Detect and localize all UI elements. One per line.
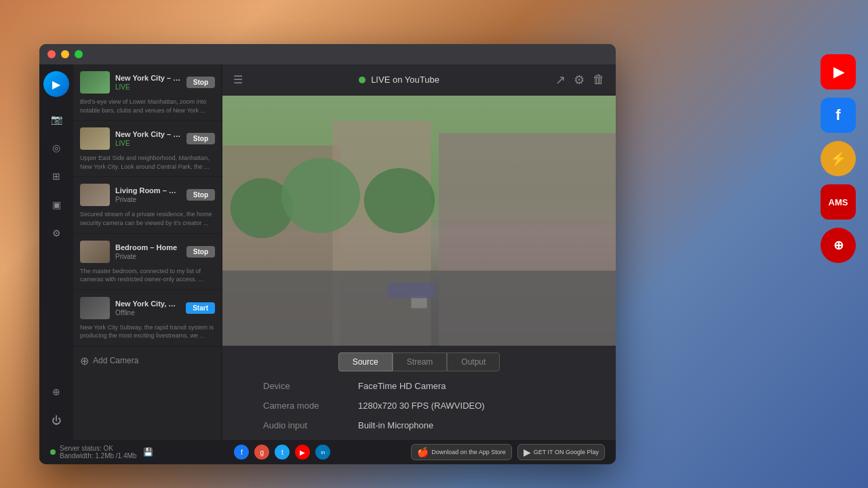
camera-thumb-5 [80,297,110,319]
camera-thumb-1 [80,71,110,94]
camera-desc-4: The master bedroom, connected to my list… [80,267,215,284]
main-content: ▶ 📷 ◎ ⊞ ▣ ⚙ ⊕ ⏻ [39,64,616,440]
camera-status-1: LIVE [115,83,181,91]
social-facebook[interactable]: f [234,445,249,460]
sidebar-item-grid[interactable]: ⊞ [43,163,69,189]
camera-status-5: Offline [115,309,180,317]
thunderbolt-desktop-icon[interactable]: ⚡ [821,141,856,176]
target-desktop-icon[interactable]: ⊕ [821,228,856,263]
bandwidth-text: Bandwidth: 1.2Mb /1.4Mb [60,452,136,460]
store-badges: 🍎 Download on the App Store ▶ GET IT ON … [411,444,605,460]
social-twitter[interactable]: t [275,445,290,460]
camera-desc-2: Upper East Side and neighborhood, Manhat… [80,154,215,171]
camera-name-2: New York City – UES [115,130,181,138]
audio-input-value: Built-in Microphone [358,420,433,430]
settings-icon[interactable]: ⚙ [574,73,585,87]
camera-item-living-room[interactable]: Living Room – Home Private Stop Secured … [73,177,222,233]
camera-status-2: LIVE [115,140,181,147]
sidebar-item-power[interactable]: ⏻ [43,407,69,433]
sidebar-item-plus[interactable]: ⊕ [43,379,69,405]
menu-icon[interactable]: ☰ [233,73,243,86]
svg-point-7 [281,158,360,233]
sidebar-item-monitor[interactable]: ▣ [43,192,69,218]
camera-name-3: Living Room – Home [115,186,181,195]
facebook-desktop-icon[interactable]: f [821,98,856,133]
live-label: LIVE on YouTube [371,75,439,85]
camera-thumb-4 [80,241,110,263]
svg-point-8 [364,168,435,233]
tab-bar: Source Stream Output [222,346,616,371]
sidebar-item-location[interactable]: ◎ [43,135,69,161]
camera-stop-btn-4[interactable]: Stop [186,246,215,258]
title-bar [39,44,616,64]
camera-item-subway[interactable]: New York City, Subway Offline Start New … [73,290,222,346]
sidebar-item-book[interactable]: 📷 [43,106,69,132]
camera-mode-value: 868x488 30 FPS (RAWVIDEO) [358,401,485,411]
add-camera-button[interactable]: ⊕ Add Camera [73,346,222,375]
footer-social: f g t ▶ in [234,445,330,460]
camera-mode-row: Camera mode 868x488 30 FPS (RAWVIDEO) [263,401,575,411]
device-value: FaceTime HD Camera [358,381,446,391]
camera-desc-1: Bird's-eye view of Lower Manhattan, zoom… [80,98,215,115]
street-scene-bg [222,96,616,346]
camera-stop-btn-2[interactable]: Stop [186,133,215,144]
camera-mode-label: Camera mode [263,401,344,411]
camera-item-bedroom[interactable]: Bedroom – Home Private Stop The master b… [73,234,222,290]
camera-thumb-3 [80,184,110,206]
trash-icon[interactable]: 🗑 [593,73,605,87]
googleplay-badge[interactable]: ▶ GET IT ON Google Play [517,444,605,460]
camera-name-4: Bedroom – Home [115,243,181,251]
camera-list: New York City – Birds Eye LIVE Stop Bird… [73,64,222,440]
video-preview-area [222,96,616,346]
share-icon[interactable]: ↗ [555,73,566,87]
camera-status-4: Private [115,253,181,260]
appstore-badge[interactable]: 🍎 Download on the App Store [411,444,512,460]
camera-stop-btn-3[interactable]: Stop [186,189,215,201]
close-button[interactable] [47,50,56,58]
app-logo[interactable]: ▶ [43,71,69,97]
live-dot [359,77,366,83]
desktop-icons: ▶ f ⚡ AMS ⊕ [821,54,856,263]
footer: Server status: OK Bandwidth: 1.2Mb /1.4M… [39,440,616,464]
source-settings: Device FaceTime HD Camera Camera mode 12… [222,371,616,440]
status-dot [50,449,56,455]
server-status: Server status: OK Bandwidth: 1.2Mb /1.4M… [50,445,153,460]
add-camera-label: Add Camera [93,356,138,365]
device-row: Device FaceTime HD Camera [263,381,575,391]
minimize-button[interactable] [61,50,69,58]
camera-stop-btn-1[interactable]: Stop [186,77,215,88]
social-googleplus[interactable]: g [254,445,269,460]
camera-name-5: New York City, Subway [115,300,180,308]
camera-thumb-2 [80,127,110,150]
camera-desc-3: Secured stream of a private residence, t… [80,210,215,227]
camera-item-nyc-ues[interactable]: New York City – UES LIVE Stop Upper East… [73,121,222,177]
apple-icon: 🍎 [417,447,429,458]
sidebar-icons: ▶ 📷 ◎ ⊞ ▣ ⚙ ⊕ ⏻ [39,64,73,440]
audio-input-label: Audio input [263,420,344,430]
camera-desc-5: New York City Subway, the rapid transit … [80,323,215,340]
audio-input-row: Audio input Built-in Microphone [263,420,575,430]
youtube-desktop-icon[interactable]: ▶ [821,54,856,89]
video-preview [222,96,616,346]
social-linkedin[interactable]: in [315,445,330,460]
tab-output[interactable]: Output [447,352,500,371]
camera-start-btn-5[interactable]: Start [186,302,215,314]
server-status-text: Server status: OK [60,445,136,452]
googleplay-label: GET IT ON Google Play [534,449,599,455]
toolbar: ☰ LIVE on YouTube ↗ ⚙ 🗑 [222,64,616,96]
ams-desktop-icon[interactable]: AMS [821,184,856,220]
tab-source[interactable]: Source [338,352,393,371]
camera-name-1: New York City – Birds Eye [115,74,181,82]
camera-item-nyc-birds[interactable]: New York City – Birds Eye LIVE Stop Bird… [73,64,222,121]
appstore-label: Download on the App Store [431,449,506,455]
app-window: ▶ 📷 ◎ ⊞ ▣ ⚙ ⊕ ⏻ [39,44,616,464]
right-panel: ☰ LIVE on YouTube ↗ ⚙ 🗑 [222,64,616,440]
svg-rect-9 [388,283,435,298]
device-label: Device [263,381,344,391]
sidebar-item-settings[interactable]: ⚙ [43,220,69,246]
maximize-button[interactable] [75,50,83,58]
tab-stream[interactable]: Stream [393,352,448,371]
googleplay-icon: ▶ [524,447,531,458]
camera-status-3: Private [115,196,181,203]
social-youtube[interactable]: ▶ [295,445,310,460]
